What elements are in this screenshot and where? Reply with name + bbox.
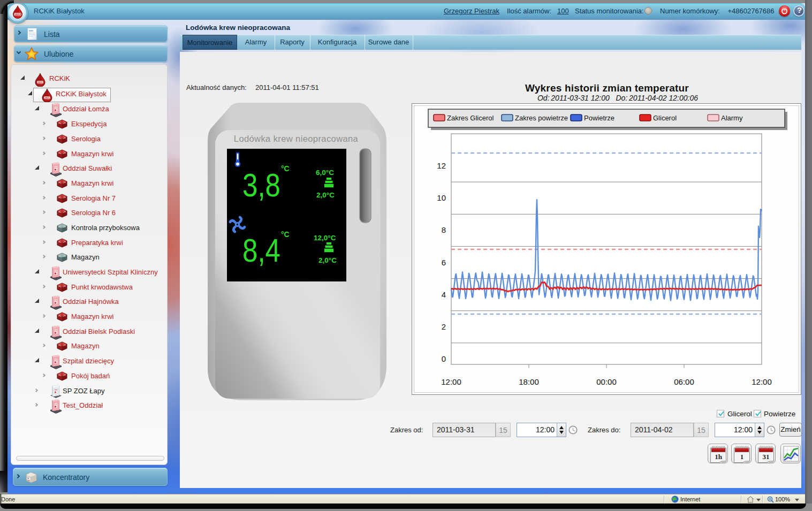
svg-text:12:00: 12:00 [752, 377, 772, 386]
svg-text:12: 12 [437, 161, 446, 170]
svg-text:2: 2 [442, 322, 446, 331]
svg-text:°C: °C [281, 164, 290, 173]
svg-text:6: 6 [442, 258, 446, 267]
svg-text:Zakres powietrze: Zakres powietrze [515, 114, 568, 122]
svg-text:00:00: 00:00 [596, 377, 617, 386]
svg-text:Lodówka krew nieopracowana: Lodówka krew nieopracowana [234, 134, 359, 143]
svg-text:1h: 1h [715, 453, 723, 461]
svg-text:°C: °C [281, 230, 290, 239]
svg-text:10: 10 [437, 193, 446, 202]
svg-text:2,0°C: 2,0°C [316, 191, 335, 199]
svg-text:Powietrze: Powietrze [584, 114, 614, 122]
svg-text:8: 8 [442, 225, 446, 234]
svg-text:2,0°C: 2,0°C [318, 256, 337, 264]
svg-text:1: 1 [740, 453, 744, 461]
svg-text:18:00: 18:00 [519, 377, 539, 386]
svg-text:RCKiK: RCKiK [14, 13, 21, 16]
svg-text:31: 31 [763, 453, 770, 461]
svg-text:RCKiK: RCKiK [37, 81, 43, 83]
svg-text:RCKiK: RCKiK [44, 97, 50, 99]
svg-text:12,0°C: 12,0°C [314, 234, 336, 242]
svg-text:3,8: 3,8 [242, 167, 280, 203]
svg-text:0: 0 [442, 354, 446, 363]
svg-text:8,4: 8,4 [242, 232, 280, 269]
svg-text:4: 4 [442, 290, 446, 299]
svg-text:Alarmy: Alarmy [721, 114, 743, 122]
svg-text:6,0°C: 6,0°C [316, 169, 334, 177]
svg-text:06:00: 06:00 [674, 377, 694, 386]
svg-text:12:00: 12:00 [441, 377, 461, 386]
svg-text:Zakres Glicerol: Zakres Glicerol [447, 114, 494, 122]
svg-text:Glicerol: Glicerol [653, 114, 677, 122]
